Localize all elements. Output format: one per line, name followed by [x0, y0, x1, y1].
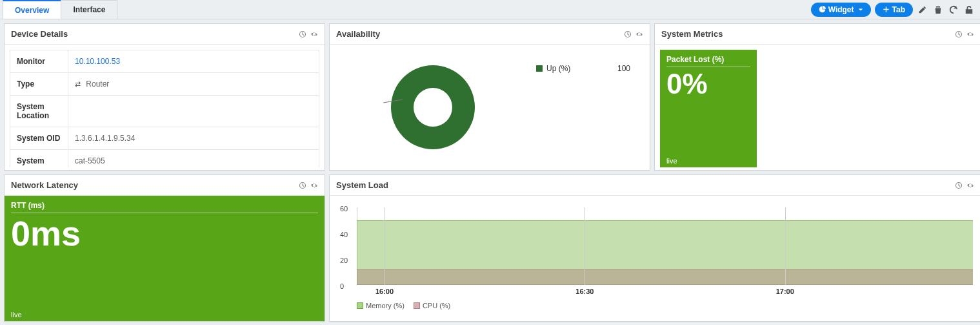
y-tick: 20 [340, 257, 348, 264]
row-value [68, 96, 319, 127]
panel-system-metrics: System Metrics Packet Lost (%) 0% live [654, 23, 980, 171]
history-icon[interactable] [299, 30, 306, 38]
tab-button-label: Tab [892, 5, 905, 14]
history-icon[interactable] [955, 182, 963, 189]
panel-availability: Availability Up (%) 100 [329, 23, 650, 171]
row-value: 1.3.6.1.4.1.9.5.34 [68, 127, 319, 150]
row-label: Type [10, 73, 68, 96]
tab-label: Interface [73, 5, 105, 14]
monitor-link[interactable]: 10.10.100.53 [75, 57, 120, 66]
card-title: Packet Lost (%) [666, 55, 750, 67]
panel-title: Availability [336, 29, 380, 39]
series-cpu [357, 269, 973, 285]
panel-system-load: System Load 60 40 20 0 [329, 174, 980, 322]
panel-title: System Load [336, 180, 388, 190]
y-tick: 40 [340, 231, 348, 238]
legend-value: 100 [617, 64, 637, 73]
card-value: 0ms [11, 216, 318, 251]
panel-title: System Metrics [661, 29, 723, 39]
rtt-card: RTT (ms) 0ms live [5, 196, 325, 321]
panel-title: Network Latency [11, 180, 78, 190]
tab-interface[interactable]: Interface [61, 0, 117, 19]
y-tick: 60 [340, 205, 348, 213]
card-value: 0% [666, 70, 750, 98]
card-footer: live [666, 157, 677, 165]
add-widget-button[interactable]: Widget [811, 3, 871, 17]
pie-chart-icon [819, 6, 826, 13]
panel-network-latency: Network Latency RTT (ms) 0ms live [4, 174, 325, 322]
router-icon: ⇄ [75, 80, 80, 89]
refresh-icon[interactable] [948, 4, 959, 16]
legend-row-up: Up (%) 100 [536, 64, 637, 73]
history-icon[interactable] [624, 30, 632, 38]
plus-icon [883, 6, 890, 13]
card-footer: live [11, 311, 22, 319]
widget-button-label: Widget [828, 5, 854, 14]
x-tick: 17:00 [776, 288, 794, 295]
packet-loss-card: Packet Lost (%) 0% live [660, 50, 757, 167]
panel-device-details: Device Details Monitor 10.10.100.53 Type… [4, 23, 325, 171]
row-label: Monitor [10, 50, 68, 73]
row-value: ⇄ Router [68, 73, 319, 96]
legend-label: CPU (%) [423, 302, 450, 309]
system-load-chart: 60 40 20 0 16:00 16:30 17:00 [357, 207, 973, 285]
gear-icon[interactable] [310, 30, 318, 38]
gear-icon[interactable] [966, 182, 974, 189]
y-tick: 0 [340, 282, 344, 290]
x-tick: 16:30 [575, 288, 594, 295]
tab-label: Overview [15, 6, 49, 15]
row-label: System Location [10, 96, 68, 127]
gear-icon[interactable] [310, 182, 318, 189]
legend-swatch-memory [357, 302, 363, 309]
gear-icon[interactable] [966, 30, 974, 38]
unlock-icon[interactable] [963, 4, 975, 16]
edit-icon[interactable] [917, 4, 928, 16]
card-title: RTT (ms) [11, 201, 318, 213]
tab-bar: Overview Interface Widget Tab [0, 0, 980, 19]
availability-donut [391, 65, 475, 149]
device-details-table: Monitor 10.10.100.53 Type ⇄ Router Syste… [10, 50, 319, 167]
add-tab-button[interactable]: Tab [875, 3, 913, 17]
gear-icon[interactable] [635, 30, 643, 38]
legend-label: Memory (%) [366, 302, 405, 309]
tab-overview[interactable]: Overview [3, 0, 61, 19]
legend-swatch-up [536, 65, 543, 72]
trash-icon[interactable] [932, 4, 944, 16]
row-label: System [10, 150, 68, 168]
legend-label: Up (%) [546, 64, 570, 73]
legend-swatch-cpu [414, 302, 420, 309]
panel-title: Device Details [11, 29, 68, 39]
row-value: cat-5505 [68, 150, 319, 168]
history-icon[interactable] [299, 182, 306, 189]
x-tick: 16:00 [375, 288, 394, 295]
system-load-legend: Memory (%) CPU (%) [357, 302, 973, 309]
caret-down-icon [858, 7, 863, 12]
history-icon[interactable] [955, 30, 963, 38]
row-label: System OID [10, 127, 68, 150]
